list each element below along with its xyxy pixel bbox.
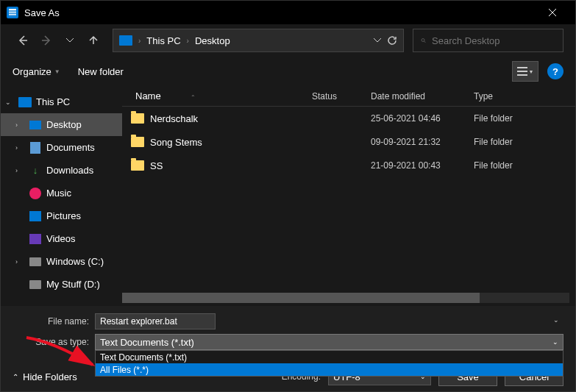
chevron-down-icon: ▼ [529,69,534,74]
search-icon [421,35,426,46]
documents-icon [30,142,40,154]
organize-button[interactable]: Organize▼ [13,66,60,77]
chevron-down-icon [66,38,74,43]
svg-rect-7 [517,74,527,76]
chevron-up-icon: ⌃ [13,373,18,381]
sidebar-item-music[interactable]: Music [1,182,122,204]
sidebar-item-my-stuff-d[interactable]: My Stuff (D:) [1,273,122,296]
arrow-up-icon [88,35,99,46]
chevron-down-icon: ▼ [54,68,60,75]
sidebar-item-documents[interactable]: › Documents [1,136,122,159]
chevron-right-icon: › [15,167,24,174]
up-button[interactable] [83,30,104,51]
folder-icon [131,113,144,124]
sort-indicator-icon: ⌃ [191,94,196,101]
type-option-all-files[interactable]: All Files (*.*) [96,363,563,376]
chevron-down-icon: ⌄ [552,338,558,346]
pc-icon [119,35,132,46]
pc-icon [18,97,32,107]
chevron-right-icon: › [15,258,24,266]
search-box[interactable] [413,29,563,52]
toolbar: Organize▼ New folder ▼ ? [1,57,575,86]
arrow-right-icon [40,35,52,46]
filename-label: File name: [13,316,95,327]
type-option-txt[interactable]: Text Documents (*.txt) [96,351,563,363]
horizontal-scrollbar[interactable] [122,293,569,303]
desktop-icon [29,121,41,129]
sidebar-item-videos[interactable]: Videos [1,227,122,250]
music-icon [29,188,41,199]
sidebar: ⌄ This PC › Desktop › Documents › ↓ Down… [1,86,122,306]
column-name[interactable]: Name⌃ [128,90,312,101]
column-type[interactable]: Type [474,91,569,101]
column-headers: Name⌃ Status Date modified Type [122,86,575,107]
close-button[interactable] [536,1,569,24]
chevron-right-icon: › [138,37,141,45]
save-as-type-label: Save as type: [13,337,95,347]
file-list: Nerdschalk 25-06-2021 04:46 File folder … [122,107,575,293]
file-content-area: Name⌃ Status Date modified Type Nerdscha… [122,86,575,306]
app-icon [7,7,18,18]
forward-button[interactable] [36,30,57,51]
svg-rect-1 [9,9,16,10]
chevron-down-icon: ⌄ [5,99,14,106]
titlebar: Save As [1,1,575,24]
svg-rect-3 [9,14,16,15]
drive-icon [29,257,41,266]
tree-root-this-pc[interactable]: ⌄ This PC [1,90,122,113]
search-input[interactable] [432,35,555,46]
refresh-icon[interactable] [387,35,397,46]
file-row[interactable]: Nerdschalk 25-06-2021 04:46 File folder [122,107,575,130]
downloads-icon: ↓ [33,165,38,176]
breadcrumb-current[interactable]: Desktop [195,35,230,46]
column-status[interactable]: Status [312,91,371,101]
svg-point-4 [422,39,424,42]
window-title: Save As [24,7,60,18]
chevron-right-icon: › [15,121,24,129]
folder-icon [131,160,144,171]
file-row[interactable]: SS 21-09-2021 00:43 File folder [122,154,575,177]
back-button[interactable] [13,30,33,51]
save-as-type-select[interactable]: Text Documents (*.txt) ⌄ [95,334,563,350]
help-button[interactable]: ? [547,63,563,79]
view-options-button[interactable]: ▼ [512,61,538,82]
chevron-down-icon[interactable] [374,38,381,43]
type-dropdown-panel: Text Documents (*.txt) All Files (*.*) [95,350,563,377]
navigation-bar: › This PC › Desktop [1,24,575,57]
close-icon [549,9,556,16]
sidebar-item-desktop[interactable]: › Desktop [1,113,122,136]
chevron-down-icon[interactable]: ⌄ [553,316,559,324]
filename-input[interactable] [95,313,216,329]
drive-icon [29,280,41,289]
hide-folders-button[interactable]: ⌃ Hide Folders [13,371,77,382]
chevron-right-icon: › [15,144,24,152]
sidebar-item-downloads[interactable]: › ↓ Downloads [1,159,122,182]
recent-button[interactable] [60,30,80,51]
file-row[interactable]: Song Stems 09-09-2021 21:32 File folder [122,130,575,154]
sidebar-item-windows-c[interactable]: › Windows (C:) [1,250,122,273]
chevron-right-icon: › [187,37,189,45]
arrow-left-icon [17,35,29,46]
pictures-icon [29,211,41,221]
main-area: ⌄ This PC › Desktop › Documents › ↓ Down… [1,86,575,306]
folder-icon [131,137,144,147]
address-bar[interactable]: › This PC › Desktop [113,29,404,52]
save-as-dialog: Save As › This PC › Desktop Organize [0,0,576,392]
svg-rect-6 [517,71,527,72]
form-panel: File name: ⌄ Save as type: Text Document… [1,306,575,362]
breadcrumb-root[interactable]: This PC [146,35,180,46]
new-folder-button[interactable]: New folder [78,66,124,77]
column-date[interactable]: Date modified [371,91,474,101]
scrollbar-thumb[interactable] [122,293,480,303]
videos-icon [29,234,41,244]
list-view-icon [517,67,527,76]
svg-rect-2 [9,12,16,13]
svg-rect-5 [517,67,527,68]
sidebar-item-pictures[interactable]: Pictures [1,204,122,227]
